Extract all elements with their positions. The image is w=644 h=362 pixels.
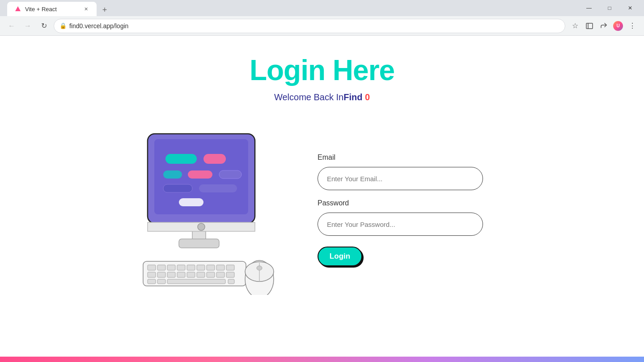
svg-rect-5 <box>165 154 197 164</box>
svg-rect-12 <box>179 198 203 206</box>
svg-rect-34 <box>216 272 225 277</box>
page-title: Login Here <box>250 54 394 87</box>
subtitle-zero-text: 0 <box>365 92 370 102</box>
sidebar-button[interactable] <box>583 20 596 32</box>
active-tab[interactable]: Vite + React ✕ <box>7 2 97 16</box>
computer-illustration <box>121 125 282 295</box>
login-form: Email Password Login <box>318 153 487 266</box>
title-bar: Vite + React ✕ + — □ ✕ <box>0 0 644 16</box>
svg-rect-28 <box>157 272 165 277</box>
lock-icon: 🔒 <box>59 22 67 29</box>
svg-rect-36 <box>148 279 156 284</box>
tab-title: Vite + React <box>25 6 57 13</box>
toolbar-right-buttons: ☆ U ⋮ <box>569 20 639 32</box>
window-controls: — □ ✕ <box>579 0 640 16</box>
svg-rect-1 <box>586 23 593 29</box>
svg-rect-20 <box>167 265 175 270</box>
refresh-button[interactable]: ↻ <box>38 20 50 32</box>
svg-rect-11 <box>199 184 237 192</box>
svg-rect-23 <box>197 265 205 270</box>
share-button[interactable] <box>597 20 610 32</box>
footer-gradient-bar <box>0 357 644 362</box>
svg-rect-22 <box>187 265 195 270</box>
svg-rect-35 <box>226 272 234 277</box>
svg-rect-25 <box>216 265 225 270</box>
password-input[interactable] <box>318 213 483 236</box>
svg-point-43 <box>257 266 262 270</box>
tab-close-button[interactable]: ✕ <box>82 5 89 13</box>
svg-rect-30 <box>177 272 185 277</box>
maximize-button[interactable]: □ <box>599 0 620 16</box>
svg-rect-31 <box>187 272 195 277</box>
svg-rect-21 <box>177 265 185 270</box>
email-label: Email <box>318 153 487 162</box>
svg-rect-26 <box>226 265 234 270</box>
email-input[interactable] <box>318 167 483 190</box>
svg-rect-18 <box>148 265 156 270</box>
svg-rect-9 <box>219 170 242 179</box>
tab-bar: Vite + React ✕ + <box>4 0 577 16</box>
svg-rect-14 <box>179 239 219 248</box>
toolbar: ← → ↻ 🔒 find0.vercel.app/login ☆ <box>0 16 644 36</box>
subtitle-welcome-text: Welcome Back In <box>274 92 343 102</box>
svg-rect-7 <box>163 170 182 179</box>
main-area: Email Password Login <box>121 125 523 295</box>
subtitle: Welcome Back InFind 0 <box>274 92 370 102</box>
subtitle-brand-text: Find <box>343 92 362 102</box>
svg-rect-27 <box>148 272 156 277</box>
svg-rect-19 <box>157 265 165 270</box>
svg-marker-0 <box>15 6 21 11</box>
svg-rect-6 <box>203 154 226 164</box>
svg-point-16 <box>198 223 205 230</box>
password-label: Password <box>318 199 487 207</box>
svg-rect-24 <box>207 265 215 270</box>
menu-button[interactable]: ⋮ <box>626 20 639 32</box>
browser-chrome: Vite + React ✕ + — □ ✕ ← → ↻ 🔒 find0.ver… <box>0 0 644 36</box>
svg-rect-8 <box>188 170 212 179</box>
svg-rect-39 <box>228 279 234 284</box>
svg-rect-33 <box>207 272 215 277</box>
svg-rect-38 <box>167 279 225 284</box>
url-text: find0.vercel.app/login <box>69 22 559 30</box>
close-button[interactable]: ✕ <box>620 0 640 16</box>
page-content: Login Here Welcome Back InFind 0 <box>0 36 644 362</box>
tab-favicon <box>14 5 21 13</box>
svg-rect-37 <box>157 279 165 284</box>
minimize-button[interactable]: — <box>579 0 599 16</box>
login-button[interactable]: Login <box>318 247 362 266</box>
address-bar[interactable]: 🔒 find0.vercel.app/login <box>54 19 565 33</box>
back-button[interactable]: ← <box>5 20 18 32</box>
bookmark-button[interactable]: ☆ <box>569 20 581 32</box>
svg-rect-29 <box>167 272 175 277</box>
profile-button[interactable]: U <box>612 20 624 32</box>
new-tab-button[interactable]: + <box>98 4 111 16</box>
svg-rect-10 <box>163 184 192 192</box>
forward-button[interactable]: → <box>21 20 34 32</box>
svg-rect-32 <box>197 272 205 277</box>
